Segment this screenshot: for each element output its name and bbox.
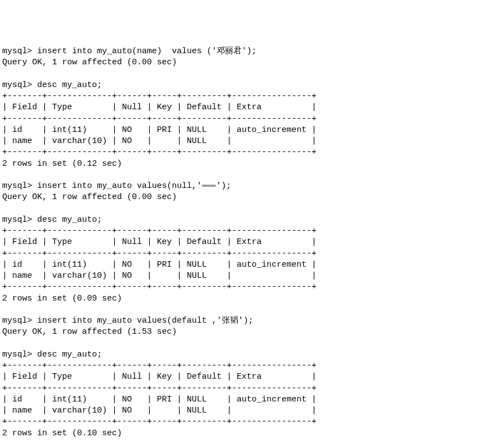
- table-border: +-------+-------------+------+-----+----…: [2, 226, 317, 236]
- prompt: mysql>: [2, 181, 32, 191]
- query-response: Query OK, 1 row affected (0.00 sec): [2, 192, 177, 202]
- table-border: +-------+-------------+------+-----+----…: [2, 417, 317, 426]
- table-row: | name | varchar(10) | NO | | NULL | |: [2, 406, 317, 415]
- prompt: mysql>: [2, 316, 32, 325]
- table-border: +-------+-------------+------+-----+----…: [2, 384, 317, 393]
- prompt: mysql>: [2, 215, 32, 225]
- table-border: +-------+-------------+------+-----+----…: [2, 361, 317, 370]
- obscured-text: [202, 185, 216, 187]
- table-row: | id | int(11) | NO | PRI | NULL | auto_…: [2, 395, 317, 404]
- query-response: Query OK, 1 row affected (0.00 sec): [2, 58, 177, 67]
- table-border: +-------+-------------+------+-----+----…: [2, 282, 317, 292]
- sql-command: desc my_auto;: [37, 215, 102, 225]
- sql-command: ');: [216, 181, 231, 191]
- terminal-output: mysql> insert into my_auto(name) values …: [2, 46, 498, 439]
- sql-command: desc my_auto;: [37, 350, 102, 359]
- table-border: +-------+-------------+------+-----+----…: [2, 147, 317, 157]
- rows-in-set: 2 rows in set (0.10 sec): [2, 429, 122, 438]
- table-row: | name | varchar(10) | NO | | NULL | |: [2, 136, 317, 146]
- table-row: | id | int(11) | NO | PRI | NULL | auto_…: [2, 260, 317, 269]
- table-row: | name | varchar(10) | NO | | NULL | |: [2, 271, 317, 281]
- table-row: | id | int(11) | NO | PRI | NULL | auto_…: [2, 125, 317, 135]
- prompt: mysql>: [2, 80, 32, 90]
- table-border: +-------+-------------+------+-----+----…: [2, 114, 317, 124]
- query-response: Query OK, 1 row affected (1.53 sec): [2, 327, 177, 337]
- sql-command: insert into my_auto(name) values ('邓丽君')…: [37, 47, 257, 56]
- sql-command: insert into my_auto values(default ,'张韬'…: [37, 316, 253, 325]
- table-header: | Field | Type | Null | Key | Default | …: [2, 372, 317, 381]
- rows-in-set: 2 rows in set (0.12 sec): [2, 159, 122, 169]
- rows-in-set: 2 rows in set (0.09 sec): [2, 294, 122, 303]
- sql-command: insert into my_auto values(null,': [37, 181, 202, 191]
- sql-command: desc my_auto;: [37, 80, 102, 90]
- table-header: | Field | Type | Null | Key | Default | …: [2, 237, 317, 247]
- table-border: +-------+-------------+------+-----+----…: [2, 249, 317, 258]
- table-header: | Field | Type | Null | Key | Default | …: [2, 103, 317, 112]
- prompt: mysql>: [2, 47, 32, 56]
- prompt: mysql>: [2, 350, 32, 359]
- table-border: +-------+-------------+------+-----+----…: [2, 91, 317, 101]
